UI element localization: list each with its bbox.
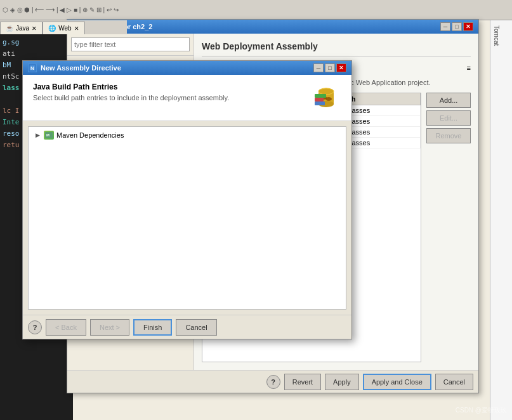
- svg-rect-9: [315, 98, 324, 102]
- svg-point-7: [325, 97, 332, 101]
- dialog-overlay: N New Assembly Directive ─ □ ✕ Java Buil…: [0, 0, 512, 420]
- dialog-header-text: Java Build Path Entries Select build pat…: [33, 82, 303, 102]
- svg-text:M: M: [46, 133, 49, 137]
- tree-expand-icon[interactable]: ▶: [34, 131, 41, 139]
- dialog-title-text: New Assembly Directive: [41, 64, 121, 72]
- dialog-maximize-button[interactable]: □: [325, 63, 335, 72]
- dialog-content: ▶ M Maven Dependencies: [23, 121, 351, 315]
- dialog-header-desc: Select build path entries to include in …: [33, 94, 303, 102]
- tree-item-maven-icon: M: [44, 131, 54, 140]
- dialog-cancel-button[interactable]: Cancel: [176, 319, 216, 336]
- dialog-titlebar: N New Assembly Directive ─ □ ✕: [23, 61, 351, 75]
- dialog-minimize-button[interactable]: ─: [313, 63, 324, 72]
- svg-rect-10: [315, 94, 326, 98]
- dialog-header-title: Java Build Path Entries: [33, 82, 303, 91]
- dialog-titlebar-controls: ─ □ ✕: [313, 63, 346, 72]
- tree-container: ▶ M Maven Dependencies: [28, 126, 346, 310]
- maven-icon-svg: M: [44, 131, 53, 139]
- next-button[interactable]: Next >: [90, 319, 129, 336]
- back-button[interactable]: < Back: [46, 319, 86, 336]
- dialog-header: Java Build Path Entries Select build pat…: [23, 75, 351, 121]
- jar-icon-svg: [312, 84, 340, 112]
- new-assembly-dialog: N New Assembly Directive ─ □ ✕ Java Buil…: [22, 60, 352, 339]
- svg-rect-8: [315, 102, 325, 105]
- tree-item-maven[interactable]: ▶ M Maven Dependencies: [31, 129, 343, 141]
- finish-button[interactable]: Finish: [133, 319, 172, 336]
- dialog-bottom: ? < Back Next > Finish Cancel: [23, 315, 351, 339]
- svg-text:N: N: [30, 65, 34, 71]
- tree-item-maven-label: Maven Dependencies: [56, 131, 124, 139]
- dialog-close-button[interactable]: ✕: [336, 63, 346, 72]
- dialog-icon: [311, 82, 341, 113]
- dialog-title-icon: N: [28, 63, 37, 72]
- dialog-help-button[interactable]: ?: [28, 320, 42, 334]
